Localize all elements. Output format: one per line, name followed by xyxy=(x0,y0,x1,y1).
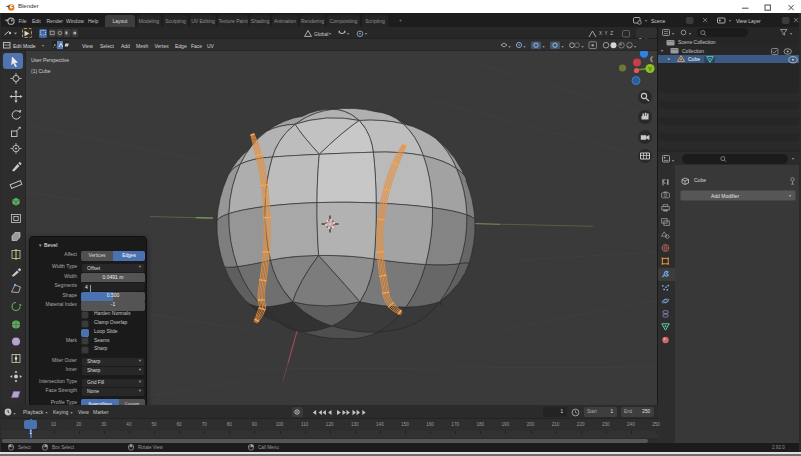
svg-text:▾: ▾ xyxy=(790,31,792,36)
svg-text:▾: ▾ xyxy=(689,31,691,36)
svg-text:▾: ▾ xyxy=(14,411,16,416)
svg-text:▾: ▾ xyxy=(672,31,674,36)
svg-text:▾: ▾ xyxy=(543,43,545,48)
svg-text:▾: ▾ xyxy=(562,43,564,48)
svg-text:▾: ▾ xyxy=(582,43,584,48)
svg-text:Y: Y xyxy=(648,66,652,72)
svg-text:▾: ▾ xyxy=(672,157,674,162)
svg-text:▾: ▾ xyxy=(634,43,636,48)
svg-text:▾: ▾ xyxy=(509,43,511,48)
svg-text:▾: ▾ xyxy=(524,43,526,48)
